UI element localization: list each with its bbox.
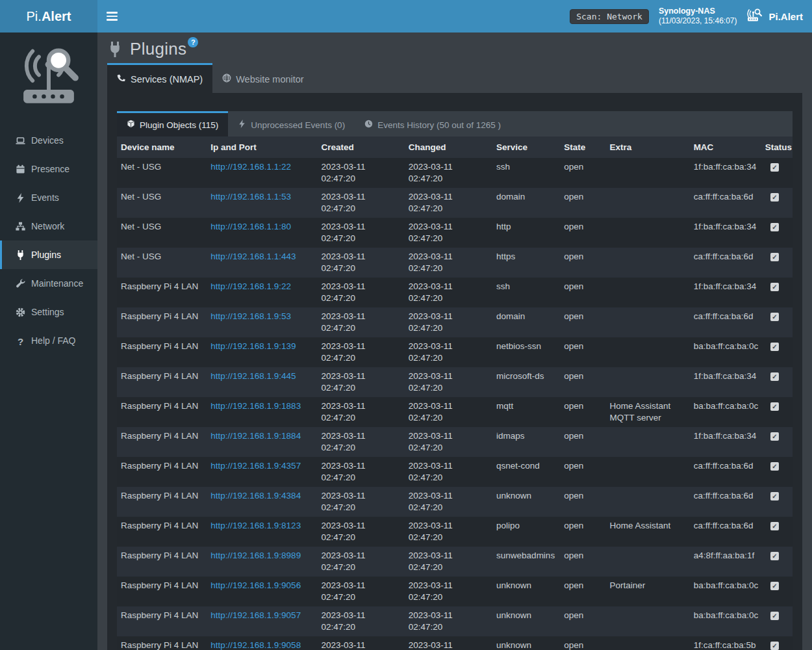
changed-cell: 2023-03-11 02:47:20 [405, 606, 492, 636]
state-cell: open [560, 248, 605, 278]
changed-cell: 2023-03-11 02:47:20 [405, 547, 492, 577]
sidebar-item-maintenance[interactable]: Maintenance [0, 269, 97, 298]
status-checkbox[interactable]: ✓ [770, 343, 779, 351]
ip-port-link[interactable]: http://192.168.1.1:80 [210, 222, 291, 231]
content-area: Plugins ? Services (NMAP)Website monitor… [97, 0, 812, 650]
status-checkbox[interactable]: ✓ [770, 223, 779, 231]
status-checkbox[interactable]: ✓ [770, 283, 779, 291]
subtab-unprocessed-events-0[interactable]: Unprocessed Events (0) [228, 111, 355, 136]
sidebar-item-help-faq[interactable]: ?Help / FAQ [0, 326, 97, 355]
brand[interactable]: Pi.Alert [746, 8, 803, 25]
help-badge[interactable]: ? [188, 37, 198, 47]
ip-port-link[interactable]: http://192.168.1.9:9057 [210, 610, 301, 620]
service-cell: ssh [492, 158, 560, 188]
sidebar-item-network[interactable]: Network [0, 212, 97, 240]
ip-port-link[interactable]: http://192.168.1.9:8989 [210, 551, 301, 560]
device-name-cell: Net - USG [117, 218, 207, 248]
status-checkbox[interactable]: ✓ [770, 432, 779, 441]
table-row: Raspberry Pi 4 LANhttp://192.168.1.9:532… [117, 307, 793, 337]
table-row: Raspberry Pi 4 LANhttp://192.168.1.9:905… [117, 636, 793, 650]
phone-icon [117, 73, 126, 84]
status-checkbox[interactable]: ✓ [770, 492, 779, 500]
status-checkbox[interactable]: ✓ [770, 402, 779, 411]
status-cell: ✓ [761, 577, 793, 606]
table-row: Raspberry Pi 4 LANhttp://192.168.1.9:139… [117, 337, 793, 367]
status-checkbox[interactable]: ✓ [770, 253, 779, 261]
mac-cell: ca:ff:ff:ca:ba:6d [690, 307, 761, 337]
status-checkbox[interactable]: ✓ [770, 462, 779, 471]
top-navbar: Pi.Alert Scan: Network Synology-NAS (11/… [0, 0, 812, 32]
status-checkbox[interactable]: ✓ [770, 642, 779, 650]
router-radar-icon [746, 8, 763, 25]
column-header-device-name[interactable]: Device name [117, 136, 207, 158]
status-checkbox[interactable]: ✓ [770, 372, 779, 381]
status-checkbox[interactable]: ✓ [770, 552, 779, 560]
changed-cell: 2023-03-11 02:47:20 [405, 218, 492, 248]
ip-port-link[interactable]: http://192.168.1.1:443 [210, 252, 296, 261]
table-row: Raspberry Pi 4 LANhttp://192.168.1.9:898… [117, 547, 793, 577]
extra-cell [605, 636, 689, 650]
ip-port-link[interactable]: http://192.168.1.9:445 [210, 371, 296, 381]
device-name-cell: Net - USG [117, 158, 207, 188]
column-header-status[interactable]: Status [761, 136, 793, 158]
ip-port-link[interactable]: http://192.168.1.9:4357 [210, 461, 301, 471]
column-header-state[interactable]: State [560, 136, 605, 158]
tab-services-nmap[interactable]: Services (NMAP) [107, 63, 212, 93]
status-cell: ✓ [761, 218, 793, 248]
status-checkbox[interactable]: ✓ [770, 313, 779, 321]
app-logo-pi: Pi. [27, 9, 42, 24]
changed-cell: 2023-03-11 02:47:20 [405, 397, 492, 427]
ip-port-link[interactable]: http://192.168.1.9:53 [210, 311, 291, 321]
sidebar-item-events[interactable]: Events [0, 183, 97, 212]
sidebar-item-devices[interactable]: Devices [0, 126, 97, 155]
status-checkbox[interactable]: ✓ [770, 193, 779, 202]
ip-port-link[interactable]: http://192.168.1.9:8123 [210, 521, 301, 530]
ip-port-link[interactable]: http://192.168.1.9:4384 [210, 491, 301, 500]
service-cell: domain [492, 307, 560, 337]
column-header-service[interactable]: Service [492, 136, 560, 158]
ip-port-link[interactable]: http://192.168.1.9:1884 [210, 431, 301, 441]
status-cell: ✓ [761, 636, 793, 650]
mac-cell: ba:ba:ff:ca:ba:0c [690, 337, 761, 367]
ip-port-link[interactable]: http://192.168.1.9:1883 [210, 401, 301, 411]
mac-cell: 1f:ba:ff:ca:ba:34 [690, 427, 761, 457]
column-header-mac[interactable]: MAC [690, 136, 761, 158]
calendar-icon [16, 164, 25, 174]
column-header-ip-and-port[interactable]: Ip and Port [207, 136, 317, 158]
sidebar-item-plugins[interactable]: Plugins [0, 240, 97, 269]
status-checkbox[interactable]: ✓ [770, 163, 779, 172]
plug-icon [16, 250, 25, 260]
subtab-events-history-50-out-of-1265[interactable]: Events History (50 out of 1265 ) [355, 111, 511, 136]
device-name-cell: Raspberry Pi 4 LAN [117, 517, 207, 547]
sidebar-item-presence[interactable]: Presence [0, 155, 97, 183]
column-header-changed[interactable]: Changed [405, 136, 492, 158]
hamburger-menu-button[interactable] [97, 0, 126, 32]
subtab-plugin-objects-115[interactable]: Plugin Objects (115) [117, 111, 228, 136]
ip-port-link[interactable]: http://192.168.1.9:139 [210, 341, 296, 351]
created-cell: 2023-03-11 02:47:20 [318, 278, 405, 307]
created-cell: 2023-03-11 02:47:20 [318, 248, 405, 278]
mac-cell: ba:ba:ff:ca:ba:0c [690, 397, 761, 427]
changed-cell: 2023-03-11 02:47:20 [405, 248, 492, 278]
service-cell: sunwebadmins [492, 547, 560, 577]
column-header-extra[interactable]: Extra [605, 136, 689, 158]
tab-website-monitor[interactable]: Website monitor [212, 63, 314, 93]
page-header: Plugins ? [97, 32, 812, 63]
mac-cell: 1f:ba:ff:ca:ba:34 [690, 278, 761, 307]
device-name-cell: Raspberry Pi 4 LAN [117, 307, 207, 337]
column-header-created[interactable]: Created [318, 136, 405, 158]
service-cell: https [492, 248, 560, 278]
status-cell: ✓ [761, 248, 793, 278]
sidebar-item-settings[interactable]: Settings [0, 298, 97, 326]
ip-port-link[interactable]: http://192.168.1.9:9058 [210, 640, 301, 650]
status-checkbox[interactable]: ✓ [770, 612, 779, 620]
device-name-cell: Raspberry Pi 4 LAN [117, 278, 207, 307]
status-checkbox[interactable]: ✓ [770, 582, 779, 590]
status-checkbox[interactable]: ✓ [770, 522, 779, 530]
ip-port-link[interactable]: http://192.168.1.1:53 [210, 192, 291, 202]
ip-port-link[interactable]: http://192.168.1.9:9056 [210, 580, 301, 590]
host-info: Synology-NAS (11/03/2023, 15:46:07) [659, 6, 737, 26]
ip-port-link[interactable]: http://192.168.1.9:22 [210, 281, 291, 291]
ip-port-link[interactable]: http://192.168.1.1:22 [210, 162, 291, 172]
app-logo[interactable]: Pi.Alert [0, 0, 97, 32]
